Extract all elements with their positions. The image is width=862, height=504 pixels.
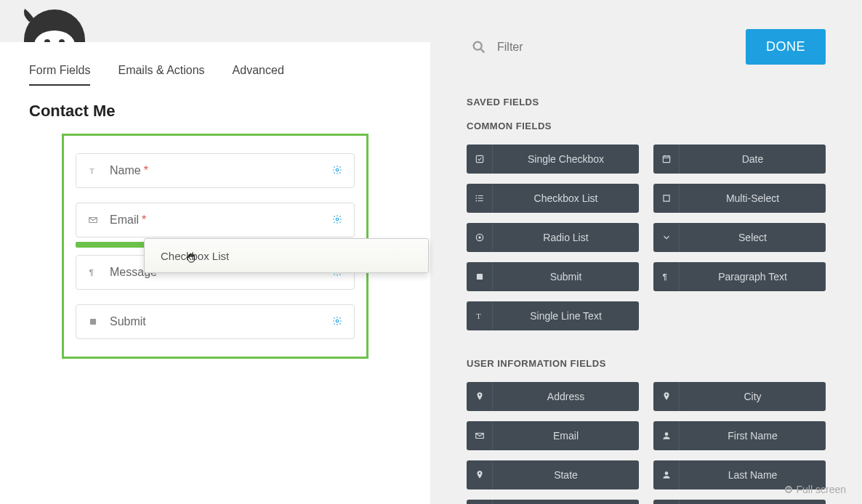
svg-line-12: [481, 49, 485, 52]
field-pill-email[interactable]: Email: [467, 421, 639, 450]
dot-circle-icon: [467, 223, 493, 252]
svg-point-22: [475, 198, 477, 199]
square-icon: [467, 262, 493, 291]
filter-input[interactable]: [497, 41, 736, 54]
pill-label: State: [493, 469, 639, 481]
field-pill-single-line-text[interactable]: TSingle Line Text: [467, 301, 639, 330]
svg-rect-9: [90, 319, 96, 325]
field-pill-state[interactable]: State: [467, 460, 639, 489]
field-pill-country[interactable]: Country: [467, 500, 639, 504]
check-square-icon: [467, 145, 493, 174]
field-pill-paragraph-text[interactable]: ¶Paragraph Text: [653, 262, 826, 291]
field-pill-radio-list[interactable]: Radio List: [467, 223, 639, 252]
envelope-icon: [467, 421, 493, 450]
fullscreen-toggle[interactable]: Full screen: [785, 484, 846, 495]
field-pill-phone[interactable]: Phone: [653, 500, 826, 504]
square-empty-icon: [653, 184, 680, 213]
done-button[interactable]: DONE: [746, 29, 826, 65]
form-field-submit[interactable]: Submit: [76, 304, 355, 339]
field-pill-address[interactable]: Address: [467, 382, 639, 411]
field-label: Submit: [110, 315, 146, 328]
svg-point-31: [664, 432, 668, 436]
app-logo: [15, 0, 94, 42]
grab-cursor-icon: [185, 251, 198, 264]
section-heading: COMMON FIELDS: [467, 121, 826, 131]
pill-label: Address: [493, 391, 639, 402]
pill-label: Submit: [493, 271, 639, 283]
search-icon: [471, 39, 487, 55]
paragraph-icon: ¶: [86, 266, 100, 279]
field-pill-select[interactable]: Select: [653, 223, 826, 252]
field-pill-multi-select[interactable]: Multi-Select: [653, 184, 826, 213]
form-field-name[interactable]: TName*: [76, 153, 355, 188]
pill-label: City: [680, 391, 826, 402]
svg-rect-13: [476, 155, 483, 162]
pill-label: Select: [680, 232, 826, 243]
pill-label: Last Name: [680, 469, 826, 481]
svg-point-5: [336, 168, 339, 171]
pill-label: Radio List: [493, 232, 639, 243]
field-pill-single-checkbox[interactable]: Single Checkbox: [467, 145, 639, 174]
field-label: Name: [110, 164, 141, 177]
svg-rect-14: [663, 156, 669, 163]
svg-text:¶: ¶: [89, 268, 94, 277]
pill-label: Checkbox List: [493, 192, 639, 204]
required-mark: *: [144, 164, 148, 177]
svg-point-29: [478, 394, 480, 396]
envelope-icon: [86, 214, 100, 227]
svg-rect-26: [476, 274, 482, 280]
phone-icon: [653, 500, 680, 504]
text-icon: T: [86, 164, 100, 177]
calendar-icon: [653, 145, 680, 174]
svg-point-30: [665, 394, 666, 396]
svg-text:¶: ¶: [662, 272, 666, 281]
pill-label: Multi-Select: [680, 192, 826, 204]
field-pill-date[interactable]: Date: [653, 145, 826, 174]
field-pill-first-name[interactable]: First Name: [653, 421, 826, 450]
field-pill-checkbox-list[interactable]: Checkbox List: [467, 184, 639, 213]
fullscreen-label: Full screen: [797, 484, 846, 495]
pin-icon: [653, 382, 680, 411]
pill-label: Date: [680, 153, 826, 165]
section-heading: SAVED FIELDS: [467, 97, 826, 107]
tab-advanced[interactable]: Advanced: [233, 64, 284, 86]
svg-point-33: [664, 471, 668, 475]
pill-label: Paragraph Text: [680, 271, 826, 283]
required-mark: *: [142, 214, 146, 227]
gear-icon[interactable]: [332, 165, 344, 176]
svg-point-25: [478, 236, 481, 239]
form-title: Contact Me: [0, 93, 430, 134]
square-icon: [86, 315, 100, 328]
pill-label: Single Line Text: [493, 310, 639, 322]
user-icon: [653, 460, 680, 489]
tab-form-fields[interactable]: Form Fields: [29, 64, 90, 86]
list-icon: [467, 184, 493, 213]
svg-point-6: [336, 218, 339, 221]
pin-icon: [467, 460, 493, 489]
chevron-down-icon: [653, 223, 680, 252]
paragraph-icon: ¶: [653, 262, 680, 291]
user-icon: [653, 421, 680, 450]
svg-text:T: T: [89, 167, 94, 175]
svg-text:T: T: [476, 312, 481, 320]
svg-point-10: [336, 320, 339, 322]
section-heading: USER INFORMATION FIELDS: [467, 358, 826, 369]
fullscreen-icon: [785, 486, 792, 493]
field-pill-submit[interactable]: Submit: [467, 262, 639, 291]
gear-icon[interactable]: [332, 316, 344, 328]
svg-point-21: [475, 195, 477, 197]
field-label: Email: [110, 214, 139, 227]
pin-icon: [467, 382, 493, 411]
field-pill-city[interactable]: City: [653, 382, 826, 411]
text-icon: T: [467, 301, 493, 330]
tab-emails-actions[interactable]: Emails & Actions: [118, 64, 204, 86]
gear-icon[interactable]: [332, 214, 344, 226]
svg-point-32: [478, 473, 480, 474]
svg-point-23: [475, 200, 477, 202]
svg-point-11: [474, 41, 482, 49]
flag-icon: [467, 500, 493, 504]
pill-label: Single Checkbox: [493, 153, 639, 165]
pill-label: First Name: [680, 430, 826, 442]
form-field-email[interactable]: Email*: [76, 203, 355, 237]
pill-label: Email: [493, 430, 639, 442]
